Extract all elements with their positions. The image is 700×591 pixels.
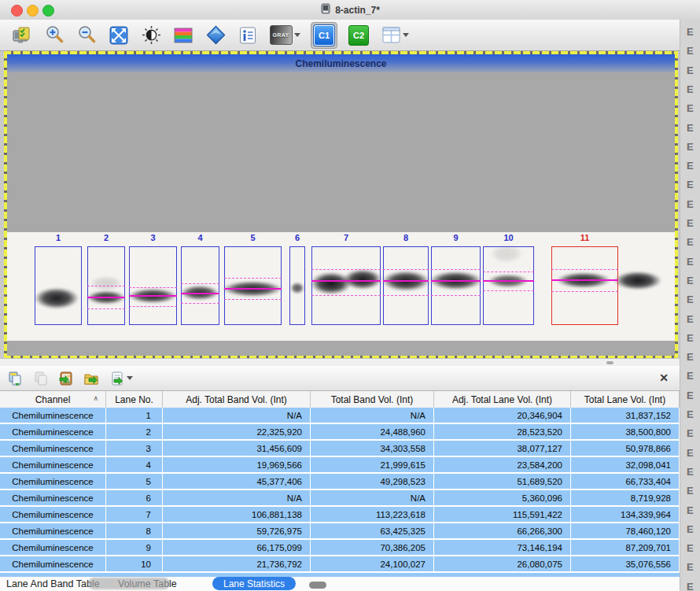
table-cell: 8,719,928: [571, 490, 680, 505]
band-marker-line[interactable]: [129, 295, 177, 297]
band-boundary-line[interactable]: [311, 269, 381, 270]
table-cell: Chemiluminescence: [0, 408, 106, 423]
band-boundary-line[interactable]: [383, 269, 429, 270]
lane-box-11[interactable]: [551, 246, 618, 325]
table-row[interactable]: Chemiluminescence331,456,60934,303,55838…: [0, 441, 680, 457]
chevron-down-icon: [294, 33, 300, 37]
table-cell: 1: [106, 408, 163, 423]
table-cell: 66,266,300: [434, 523, 571, 538]
band-boundary-line[interactable]: [431, 269, 481, 270]
truncated-panel-row: E: [687, 236, 694, 248]
splitter-handle[interactable]: [606, 361, 613, 364]
lane-box-1[interactable]: [35, 246, 82, 325]
fit-to-window-icon[interactable]: [108, 24, 130, 46]
transform-diamond-icon[interactable]: [204, 24, 227, 46]
image-view[interactable]: Chemiluminescence 1234567891011: [7, 54, 675, 356]
lane-box-5[interactable]: [224, 246, 282, 325]
band-marker-line[interactable]: [224, 288, 282, 290]
lane-number-6: 6: [289, 233, 305, 243]
table-row[interactable]: Chemiluminescence1N/AN/A20,346,90431,837…: [0, 408, 680, 424]
export-image-icon[interactable]: [58, 371, 74, 386]
column-header-2[interactable]: Lane No.: [106, 391, 163, 408]
table-row[interactable]: Chemiluminescence419,969,56621,999,61523…: [0, 457, 680, 474]
lane-box-6[interactable]: [289, 246, 305, 325]
table-cell: Chemiluminescence: [0, 556, 106, 571]
truncated-panel-row: E: [687, 102, 694, 114]
band-boundary-line[interactable]: [431, 295, 481, 296]
table-row[interactable]: Chemiluminescence7106,881,138113,223,618…: [0, 507, 680, 523]
multichannel-view-button[interactable]: [380, 24, 410, 46]
tab-lane-statistics[interactable]: Lane Statistics: [212, 577, 296, 590]
band-marker-line[interactable]: [181, 293, 219, 294]
band-boundary-line[interactable]: [129, 287, 177, 288]
table-row[interactable]: Chemiluminescence222,325,92024,488,96028…: [0, 424, 680, 441]
band-boundary-line[interactable]: [181, 303, 219, 304]
column-header-4[interactable]: Total Band Vol. (Int): [311, 391, 434, 408]
table-cell: 32,098,041: [571, 457, 680, 472]
lane-number-3: 3: [129, 233, 177, 243]
table-cell: 19,969,566: [163, 457, 311, 472]
brightness-contrast-icon[interactable]: [140, 24, 162, 46]
table-row[interactable]: Chemiluminescence545,377,40649,298,52351…: [0, 474, 680, 490]
lane-box-8[interactable]: [383, 246, 429, 325]
sort-ascending-icon: ∧: [93, 394, 98, 402]
band-boundary-line[interactable]: [483, 290, 534, 291]
band-boundary-line[interactable]: [87, 286, 125, 286]
zoom-out-icon[interactable]: [76, 24, 98, 46]
column-header-label: Adj. Total Lane Vol. (Int): [452, 394, 552, 405]
truncated-panel-row: E: [687, 485, 694, 497]
lane-box-9[interactable]: [431, 246, 481, 325]
column-header-1[interactable]: Channel∧: [0, 391, 106, 408]
copy-table-icon[interactable]: [8, 371, 24, 386]
column-header-6[interactable]: Total Lane Vol. (Int): [571, 391, 680, 408]
lane-box-3[interactable]: [129, 246, 177, 325]
band-boundary-line[interactable]: [181, 283, 219, 284]
band-boundary-line[interactable]: [224, 278, 282, 279]
close-table-panel-button[interactable]: ✕: [659, 371, 669, 384]
column-header-5[interactable]: Adj. Total Lane Vol. (Int): [434, 391, 571, 408]
table-cell: Chemiluminescence: [0, 474, 106, 489]
band-marker-line[interactable]: [383, 280, 429, 282]
lane-number-8: 8: [383, 233, 429, 243]
band-marker-line[interactable]: [87, 297, 125, 298]
band-marker-line[interactable]: [311, 280, 381, 282]
table-row[interactable]: Chemiluminescence1021,736,79224,100,0272…: [0, 556, 680, 573]
band-boundary-line[interactable]: [129, 306, 177, 307]
band-boundary-line[interactable]: [551, 269, 618, 270]
zoom-in-icon[interactable]: [43, 24, 65, 46]
channel-1-button[interactable]: C1: [311, 22, 337, 49]
table-cell: 113,223,618: [311, 507, 434, 522]
band-boundary-line[interactable]: [551, 291, 618, 292]
table-cell: 45,377,406: [163, 474, 311, 489]
band-boundary-line[interactable]: [383, 295, 429, 296]
channel-1-label: C1: [314, 25, 334, 46]
table-row[interactable]: Chemiluminescence859,726,97563,425,32566…: [0, 523, 680, 540]
lane-box-10[interactable]: [483, 246, 534, 325]
colormap-icon[interactable]: [172, 24, 194, 46]
band-marker-line[interactable]: [551, 279, 618, 281]
image-info-icon[interactable]: [237, 24, 259, 46]
gray-mode-button[interactable]: GRAY: [269, 24, 300, 46]
display-settings-icon[interactable]: [11, 24, 33, 46]
export-folder-icon[interactable]: [83, 371, 99, 386]
table-row[interactable]: Chemiluminescence6N/AN/A5,360,0968,719,9…: [0, 490, 680, 507]
band-marker-line[interactable]: [483, 280, 534, 282]
table-cell: 106,881,138: [163, 507, 311, 522]
table-row[interactable]: Chemiluminescence966,175,09970,386,20573…: [0, 540, 680, 556]
band-boundary-line[interactable]: [87, 308, 125, 309]
band-marker-line[interactable]: [431, 280, 481, 282]
lane-number-2: 2: [87, 233, 125, 243]
export-file-button[interactable]: [109, 371, 134, 386]
column-header-3[interactable]: Adj. Total Band Vol. (Int): [163, 391, 311, 408]
tab-lane-and-band-table[interactable]: Lane And Band Table: [6, 578, 100, 589]
gray-mode-label: GRAY: [270, 25, 293, 45]
band-boundary-line[interactable]: [224, 299, 282, 300]
channel-2-button[interactable]: C2: [348, 24, 370, 46]
band-boundary-line[interactable]: [311, 295, 381, 296]
lane-box-7[interactable]: [311, 246, 381, 325]
band-boundary-line[interactable]: [483, 271, 534, 272]
lane-box-4[interactable]: [181, 246, 219, 325]
copy-cell-icon[interactable]: [33, 371, 49, 386]
column-header-label: Total Lane Vol. (Int): [584, 394, 665, 405]
column-header-label: Total Band Vol. (Int): [331, 394, 414, 405]
